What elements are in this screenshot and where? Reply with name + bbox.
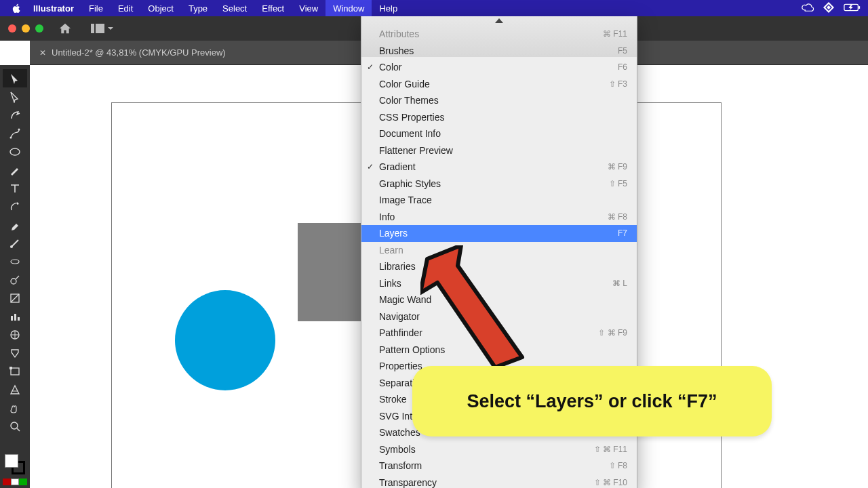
blend-tool[interactable] bbox=[3, 252, 27, 270]
fill-stroke-indicator[interactable] bbox=[5, 454, 25, 474]
direct-selection-tool[interactable] bbox=[3, 87, 27, 106]
menu-item-label: Pathfinder bbox=[379, 327, 422, 338]
menu-help[interactable]: Help bbox=[372, 0, 405, 16]
apple-menu-icon[interactable] bbox=[7, 3, 26, 14]
eyedropper-tool[interactable] bbox=[3, 234, 27, 252]
menu-item-css-properties[interactable]: CSS Properties bbox=[361, 109, 637, 126]
document-tab-title[interactable]: Untitled-2* @ 43,81% (CMYK/GPU Preview) bbox=[52, 47, 226, 58]
menu-item-gradient[interactable]: ✓Gradient⌘ F9 bbox=[361, 159, 637, 176]
app-name[interactable]: Illustrator bbox=[26, 0, 81, 16]
menu-item-flattener-preview[interactable]: Flattener Preview bbox=[361, 142, 637, 159]
eraser-tool[interactable] bbox=[3, 216, 27, 234]
menu-item-label: Image Trace bbox=[379, 195, 432, 205]
menu-item-label: Flattener Preview bbox=[379, 145, 453, 156]
rectangle-tool[interactable] bbox=[3, 142, 27, 161]
menu-item-color[interactable]: ✓ColorF6 bbox=[361, 59, 637, 76]
menu-item-color-guide[interactable]: Color Guide⇧ F3 bbox=[361, 76, 637, 93]
menu-item-image-trace[interactable]: Image Trace bbox=[361, 192, 637, 209]
type-tool[interactable] bbox=[3, 179, 27, 197]
menu-item-label: Properties bbox=[379, 361, 422, 371]
creative-cloud-icon[interactable] bbox=[802, 3, 814, 14]
menu-item-label: Graphic Styles bbox=[379, 178, 441, 189]
menu-item-label: Color bbox=[379, 62, 401, 73]
menu-item-shortcut: F7 bbox=[618, 228, 627, 238]
menu-item-label: Swatches bbox=[379, 427, 420, 438]
menu-item-info[interactable]: Info⌘ F8 bbox=[361, 209, 637, 226]
menu-item-label: Symbols bbox=[379, 444, 416, 455]
column-graph-tool[interactable] bbox=[3, 307, 27, 325]
menu-item-label: Attributes bbox=[379, 28, 419, 39]
menu-item-graphic-styles[interactable]: Graphic Styles⇧ F5 bbox=[361, 176, 637, 192]
svg-rect-15 bbox=[9, 367, 12, 369]
annotation-callout: Select “Layers” or click “F7” bbox=[412, 366, 772, 436]
menu-item-transform[interactable]: Transform⇧ F8 bbox=[361, 458, 637, 474]
close-tab-icon[interactable]: ✕ bbox=[39, 48, 46, 58]
menu-item-transparency[interactable]: Transparency⇧ ⌘ F10 bbox=[361, 474, 637, 489]
menu-window[interactable]: Window bbox=[326, 0, 372, 16]
menu-view[interactable]: View bbox=[292, 0, 326, 16]
mac-menubar: Illustrator File Edit Object Type Select… bbox=[0, 0, 868, 16]
artboard-tool[interactable] bbox=[3, 362, 27, 380]
menu-item-symbols[interactable]: Symbols⇧ ⌘ F11 bbox=[361, 441, 637, 458]
shape-builder-tool[interactable] bbox=[3, 325, 27, 344]
menu-item-label: Stroke bbox=[379, 394, 406, 405]
arrange-documents-button[interactable] bbox=[91, 24, 114, 33]
svg-point-16 bbox=[11, 422, 18, 429]
gradient-tool[interactable] bbox=[3, 289, 27, 307]
menu-file[interactable]: File bbox=[81, 0, 111, 16]
rotate-tool[interactable] bbox=[3, 197, 27, 216]
annotation-arrow-icon bbox=[420, 245, 529, 374]
diamond-icon[interactable] bbox=[823, 2, 834, 15]
slice-tool[interactable] bbox=[3, 344, 27, 362]
menu-item-shortcut: ⇧ F8 bbox=[609, 461, 627, 470]
svg-rect-1 bbox=[859, 6, 860, 9]
svg-point-8 bbox=[11, 279, 16, 284]
menu-item-shortcut: ⌘ F11 bbox=[603, 29, 627, 39]
paintbrush-tool[interactable] bbox=[3, 161, 27, 179]
curvature-tool[interactable] bbox=[3, 124, 27, 142]
menu-item-label: Libraries bbox=[379, 261, 416, 272]
pen-tool[interactable] bbox=[3, 106, 27, 124]
close-window-button[interactable] bbox=[8, 24, 16, 33]
menu-item-shortcut: ⇧ F5 bbox=[609, 179, 627, 188]
perspective-grid-tool[interactable] bbox=[3, 380, 27, 399]
checkmark-icon: ✓ bbox=[367, 62, 374, 72]
menu-item-label: Layers bbox=[379, 228, 408, 239]
selection-tool[interactable] bbox=[3, 69, 27, 87]
menu-item-shortcut: ⌘ F9 bbox=[608, 162, 627, 171]
color-mode-swatches[interactable] bbox=[3, 479, 27, 485]
menu-item-layers[interactable]: LayersF7 bbox=[361, 225, 637, 242]
menu-item-label: Links bbox=[379, 278, 401, 289]
symbol-sprayer-tool[interactable] bbox=[3, 270, 27, 289]
menu-type[interactable]: Type bbox=[181, 0, 215, 16]
svg-point-7 bbox=[10, 245, 13, 248]
menu-item-label: Learn bbox=[379, 245, 403, 256]
zoom-tool[interactable] bbox=[3, 417, 27, 435]
menu-item-shortcut: ⌘ F8 bbox=[608, 212, 627, 222]
blue-circle-object[interactable] bbox=[175, 290, 275, 390]
menu-item-label: Gradient bbox=[379, 161, 416, 172]
menu-item-document-info[interactable]: Document Info bbox=[361, 125, 637, 142]
menu-item-label: Info bbox=[379, 211, 395, 222]
svg-rect-2 bbox=[91, 24, 94, 33]
hand-tool[interactable] bbox=[3, 399, 27, 417]
menu-item-label: Navigator bbox=[379, 311, 420, 322]
minimize-window-button[interactable] bbox=[22, 24, 30, 33]
menu-edit[interactable]: Edit bbox=[111, 0, 140, 16]
menu-item-brushes[interactable]: BrushesF5 bbox=[361, 43, 637, 60]
menu-scroll-up-icon[interactable] bbox=[361, 16, 637, 26]
menu-item-label: Brushes bbox=[379, 45, 414, 56]
battery-icon[interactable] bbox=[844, 3, 861, 14]
window-controls bbox=[8, 24, 43, 33]
zoom-window-button[interactable] bbox=[35, 24, 43, 33]
menu-item-label: Transform bbox=[379, 460, 422, 471]
menu-effect[interactable]: Effect bbox=[254, 0, 292, 16]
menu-item-attributes: Attributes⌘ F11 bbox=[361, 26, 637, 43]
annotation-callout-text: Select “Layers” or click “F7” bbox=[467, 391, 717, 412]
menu-object[interactable]: Object bbox=[140, 0, 181, 16]
svg-rect-10 bbox=[11, 316, 13, 321]
menu-item-color-themes[interactable]: Color Themes bbox=[361, 92, 637, 109]
menu-select[interactable]: Select bbox=[215, 0, 254, 16]
home-button[interactable] bbox=[58, 22, 72, 35]
menu-item-shortcut: ⇧ ⌘ F10 bbox=[594, 478, 627, 487]
